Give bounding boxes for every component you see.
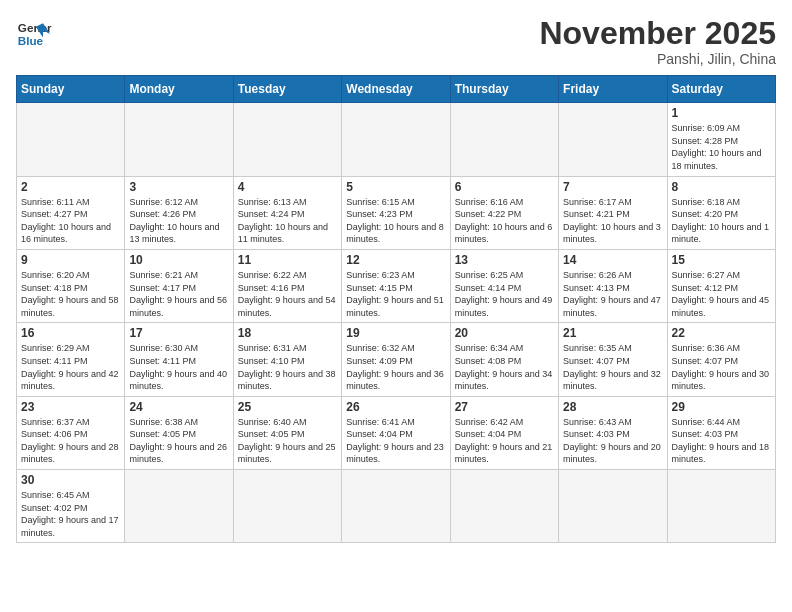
day-info: Sunrise: 6:35 AM Sunset: 4:07 PM Dayligh… bbox=[563, 342, 662, 392]
day-info: Sunrise: 6:25 AM Sunset: 4:14 PM Dayligh… bbox=[455, 269, 554, 319]
table-row bbox=[450, 103, 558, 176]
col-monday: Monday bbox=[125, 76, 233, 103]
table-row: 13Sunrise: 6:25 AM Sunset: 4:14 PM Dayli… bbox=[450, 249, 558, 322]
day-info: Sunrise: 6:36 AM Sunset: 4:07 PM Dayligh… bbox=[672, 342, 771, 392]
table-row: 8Sunrise: 6:18 AM Sunset: 4:20 PM Daylig… bbox=[667, 176, 775, 249]
table-row: 14Sunrise: 6:26 AM Sunset: 4:13 PM Dayli… bbox=[559, 249, 667, 322]
logo: General Blue bbox=[16, 16, 52, 52]
table-row: 10Sunrise: 6:21 AM Sunset: 4:17 PM Dayli… bbox=[125, 249, 233, 322]
day-number: 26 bbox=[346, 400, 445, 414]
calendar-row: 2Sunrise: 6:11 AM Sunset: 4:27 PM Daylig… bbox=[17, 176, 776, 249]
day-number: 9 bbox=[21, 253, 120, 267]
day-info: Sunrise: 6:20 AM Sunset: 4:18 PM Dayligh… bbox=[21, 269, 120, 319]
day-number: 27 bbox=[455, 400, 554, 414]
day-number: 3 bbox=[129, 180, 228, 194]
col-friday: Friday bbox=[559, 76, 667, 103]
day-info: Sunrise: 6:18 AM Sunset: 4:20 PM Dayligh… bbox=[672, 196, 771, 246]
day-info: Sunrise: 6:40 AM Sunset: 4:05 PM Dayligh… bbox=[238, 416, 337, 466]
table-row: 21Sunrise: 6:35 AM Sunset: 4:07 PM Dayli… bbox=[559, 323, 667, 396]
day-info: Sunrise: 6:34 AM Sunset: 4:08 PM Dayligh… bbox=[455, 342, 554, 392]
day-info: Sunrise: 6:26 AM Sunset: 4:13 PM Dayligh… bbox=[563, 269, 662, 319]
day-info: Sunrise: 6:17 AM Sunset: 4:21 PM Dayligh… bbox=[563, 196, 662, 246]
table-row: 19Sunrise: 6:32 AM Sunset: 4:09 PM Dayli… bbox=[342, 323, 450, 396]
day-info: Sunrise: 6:32 AM Sunset: 4:09 PM Dayligh… bbox=[346, 342, 445, 392]
day-number: 5 bbox=[346, 180, 445, 194]
day-info: Sunrise: 6:22 AM Sunset: 4:16 PM Dayligh… bbox=[238, 269, 337, 319]
day-info: Sunrise: 6:42 AM Sunset: 4:04 PM Dayligh… bbox=[455, 416, 554, 466]
table-row bbox=[125, 103, 233, 176]
table-row: 29Sunrise: 6:44 AM Sunset: 4:03 PM Dayli… bbox=[667, 396, 775, 469]
day-number: 25 bbox=[238, 400, 337, 414]
table-row: 26Sunrise: 6:41 AM Sunset: 4:04 PM Dayli… bbox=[342, 396, 450, 469]
day-number: 2 bbox=[21, 180, 120, 194]
table-row: 17Sunrise: 6:30 AM Sunset: 4:11 PM Dayli… bbox=[125, 323, 233, 396]
table-row: 11Sunrise: 6:22 AM Sunset: 4:16 PM Dayli… bbox=[233, 249, 341, 322]
col-wednesday: Wednesday bbox=[342, 76, 450, 103]
day-number: 13 bbox=[455, 253, 554, 267]
col-sunday: Sunday bbox=[17, 76, 125, 103]
table-row: 18Sunrise: 6:31 AM Sunset: 4:10 PM Dayli… bbox=[233, 323, 341, 396]
table-row: 28Sunrise: 6:43 AM Sunset: 4:03 PM Dayli… bbox=[559, 396, 667, 469]
table-row: 30Sunrise: 6:45 AM Sunset: 4:02 PM Dayli… bbox=[17, 470, 125, 543]
day-info: Sunrise: 6:12 AM Sunset: 4:26 PM Dayligh… bbox=[129, 196, 228, 246]
day-number: 29 bbox=[672, 400, 771, 414]
table-row: 25Sunrise: 6:40 AM Sunset: 4:05 PM Dayli… bbox=[233, 396, 341, 469]
table-row bbox=[559, 470, 667, 543]
title-block: November 2025 Panshi, Jilin, China bbox=[539, 16, 776, 67]
day-number: 1 bbox=[672, 106, 771, 120]
table-row: 15Sunrise: 6:27 AM Sunset: 4:12 PM Dayli… bbox=[667, 249, 775, 322]
day-number: 7 bbox=[563, 180, 662, 194]
day-number: 17 bbox=[129, 326, 228, 340]
day-info: Sunrise: 6:13 AM Sunset: 4:24 PM Dayligh… bbox=[238, 196, 337, 246]
day-number: 4 bbox=[238, 180, 337, 194]
day-number: 16 bbox=[21, 326, 120, 340]
table-row bbox=[233, 103, 341, 176]
calendar-row: 1Sunrise: 6:09 AM Sunset: 4:28 PM Daylig… bbox=[17, 103, 776, 176]
day-info: Sunrise: 6:27 AM Sunset: 4:12 PM Dayligh… bbox=[672, 269, 771, 319]
table-row: 7Sunrise: 6:17 AM Sunset: 4:21 PM Daylig… bbox=[559, 176, 667, 249]
table-row: 23Sunrise: 6:37 AM Sunset: 4:06 PM Dayli… bbox=[17, 396, 125, 469]
table-row bbox=[342, 470, 450, 543]
day-number: 21 bbox=[563, 326, 662, 340]
day-info: Sunrise: 6:41 AM Sunset: 4:04 PM Dayligh… bbox=[346, 416, 445, 466]
col-saturday: Saturday bbox=[667, 76, 775, 103]
weekday-header-row: Sunday Monday Tuesday Wednesday Thursday… bbox=[17, 76, 776, 103]
day-number: 23 bbox=[21, 400, 120, 414]
day-info: Sunrise: 6:16 AM Sunset: 4:22 PM Dayligh… bbox=[455, 196, 554, 246]
day-info: Sunrise: 6:21 AM Sunset: 4:17 PM Dayligh… bbox=[129, 269, 228, 319]
day-info: Sunrise: 6:37 AM Sunset: 4:06 PM Dayligh… bbox=[21, 416, 120, 466]
day-number: 28 bbox=[563, 400, 662, 414]
calendar-title: November 2025 bbox=[539, 16, 776, 51]
day-info: Sunrise: 6:15 AM Sunset: 4:23 PM Dayligh… bbox=[346, 196, 445, 246]
table-row: 12Sunrise: 6:23 AM Sunset: 4:15 PM Dayli… bbox=[342, 249, 450, 322]
table-row: 1Sunrise: 6:09 AM Sunset: 4:28 PM Daylig… bbox=[667, 103, 775, 176]
table-row: 24Sunrise: 6:38 AM Sunset: 4:05 PM Dayli… bbox=[125, 396, 233, 469]
col-thursday: Thursday bbox=[450, 76, 558, 103]
calendar-row: 30Sunrise: 6:45 AM Sunset: 4:02 PM Dayli… bbox=[17, 470, 776, 543]
day-number: 10 bbox=[129, 253, 228, 267]
table-row bbox=[125, 470, 233, 543]
day-number: 20 bbox=[455, 326, 554, 340]
day-number: 24 bbox=[129, 400, 228, 414]
table-row: 5Sunrise: 6:15 AM Sunset: 4:23 PM Daylig… bbox=[342, 176, 450, 249]
day-number: 14 bbox=[563, 253, 662, 267]
day-number: 19 bbox=[346, 326, 445, 340]
table-row: 27Sunrise: 6:42 AM Sunset: 4:04 PM Dayli… bbox=[450, 396, 558, 469]
table-row: 16Sunrise: 6:29 AM Sunset: 4:11 PM Dayli… bbox=[17, 323, 125, 396]
day-info: Sunrise: 6:38 AM Sunset: 4:05 PM Dayligh… bbox=[129, 416, 228, 466]
day-info: Sunrise: 6:44 AM Sunset: 4:03 PM Dayligh… bbox=[672, 416, 771, 466]
day-number: 12 bbox=[346, 253, 445, 267]
day-info: Sunrise: 6:11 AM Sunset: 4:27 PM Dayligh… bbox=[21, 196, 120, 246]
calendar-subtitle: Panshi, Jilin, China bbox=[539, 51, 776, 67]
table-row: 6Sunrise: 6:16 AM Sunset: 4:22 PM Daylig… bbox=[450, 176, 558, 249]
calendar-table: Sunday Monday Tuesday Wednesday Thursday… bbox=[16, 75, 776, 543]
calendar-row: 16Sunrise: 6:29 AM Sunset: 4:11 PM Dayli… bbox=[17, 323, 776, 396]
page-header: General Blue November 2025 Panshi, Jilin… bbox=[16, 16, 776, 67]
day-info: Sunrise: 6:29 AM Sunset: 4:11 PM Dayligh… bbox=[21, 342, 120, 392]
table-row bbox=[667, 470, 775, 543]
day-number: 30 bbox=[21, 473, 120, 487]
col-tuesday: Tuesday bbox=[233, 76, 341, 103]
table-row bbox=[342, 103, 450, 176]
table-row: 20Sunrise: 6:34 AM Sunset: 4:08 PM Dayli… bbox=[450, 323, 558, 396]
day-info: Sunrise: 6:43 AM Sunset: 4:03 PM Dayligh… bbox=[563, 416, 662, 466]
